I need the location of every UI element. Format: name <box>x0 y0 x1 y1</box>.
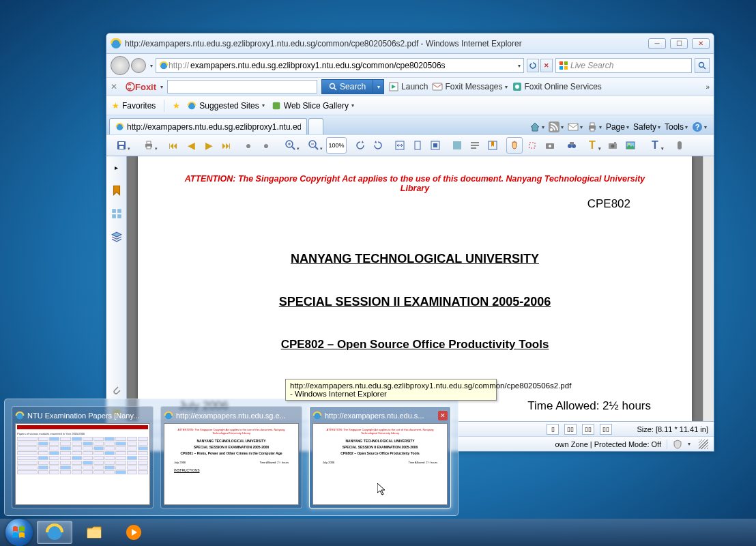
fullscreen-button[interactable] <box>449 137 465 154</box>
taskbar-preview-2[interactable]: http://exampapers.ntu.edu.sg.e... ATTENT… <box>160 406 302 508</box>
foxit-search-button[interactable]: Search <box>321 79 373 94</box>
svg-rect-56 <box>614 142 616 143</box>
snapshot-tool[interactable] <box>542 137 558 154</box>
nav-history-dropdown[interactable]: ▾ <box>150 63 153 69</box>
pages-icon <box>111 207 123 220</box>
back-button[interactable] <box>111 56 130 75</box>
zoom-out-button[interactable] <box>303 137 325 154</box>
first-page-button[interactable]: ⏮ <box>165 137 181 154</box>
foxit-logo[interactable]: Foxit <box>126 82 156 92</box>
fit-page-button[interactable] <box>409 137 426 154</box>
search-input[interactable]: Live Search <box>555 58 692 73</box>
taskbar[interactable] <box>0 519 756 546</box>
print-pdf-button[interactable] <box>138 137 160 154</box>
camera-tool[interactable] <box>605 137 621 154</box>
forward-view-button[interactable]: ● <box>258 137 274 154</box>
url-input[interactable]: http:// exampapers.ntu.edu.sg.ezlibproxy… <box>156 58 524 73</box>
reflow-button[interactable] <box>467 137 483 154</box>
bookmark-button[interactable] <box>484 137 501 154</box>
foxit-dropdown[interactable]: ▾ <box>160 84 163 90</box>
safety-menu[interactable]: Safety▾ <box>633 122 660 132</box>
zoom-dropdown[interactable]: ▾ <box>688 441 690 447</box>
hand-icon <box>509 140 520 151</box>
typewriter-tool[interactable]: T <box>581 137 603 154</box>
fit-width-icon <box>394 140 405 151</box>
back-view-button[interactable]: ● <box>240 137 257 154</box>
vertical-scrollbar[interactable] <box>703 156 714 421</box>
search-go-button[interactable] <box>695 58 710 73</box>
text-annotation-tool[interactable]: T <box>644 137 666 154</box>
svg-rect-27 <box>119 142 124 145</box>
last-page-button[interactable]: ⏭ <box>218 137 235 154</box>
rotate-cw-button[interactable] <box>370 137 386 154</box>
actual-size-button[interactable] <box>427 137 444 154</box>
image-tool[interactable] <box>622 137 639 154</box>
add-favorite[interactable]: ★ <box>173 101 180 111</box>
refresh-button[interactable] <box>527 59 539 72</box>
tools-menu[interactable]: Tools▾ <box>665 122 688 132</box>
save-button[interactable] <box>111 137 132 154</box>
zoom-in-button[interactable] <box>280 137 302 154</box>
favorites-button[interactable]: ★Favorites <box>112 101 156 111</box>
resize-grip[interactable] <box>699 440 708 449</box>
find-button[interactable] <box>564 137 580 154</box>
ie-icon <box>115 122 124 132</box>
pages-panel[interactable] <box>108 205 125 222</box>
taskbar-preview-3[interactable]: http://exampapers.ntu.edu.s...✕ ATTENTIO… <box>309 406 451 508</box>
hand-tool[interactable] <box>506 137 523 154</box>
foxit-messages[interactable]: Foxit Messages▾ <box>432 81 507 92</box>
attachments-panel[interactable] <box>108 382 125 398</box>
foxit-overflow[interactable]: » <box>706 83 710 91</box>
web-slice-gallery[interactable]: Web Slice Gallery▾ <box>272 101 354 111</box>
foxit-bar-close[interactable]: ✕ <box>111 82 121 91</box>
webslice-icon <box>272 101 281 111</box>
next-page-button[interactable]: ▶ <box>201 137 217 154</box>
new-tab-button[interactable] <box>308 118 323 134</box>
feeds-button[interactable]: ▾ <box>549 121 564 132</box>
print-button[interactable]: ▾ <box>587 121 602 132</box>
facing-view[interactable]: ▯▯ <box>582 424 594 435</box>
home-button[interactable]: ▾ <box>529 121 544 132</box>
layers-panel[interactable] <box>108 229 125 245</box>
close-button[interactable]: ✕ <box>692 38 710 49</box>
page-menu[interactable]: Page▾ <box>606 122 629 132</box>
taskbar-preview-1[interactable]: NTU Examination Papers [Nany... Papers o… <box>12 406 154 508</box>
preview-close-button[interactable]: ✕ <box>438 411 448 420</box>
rotate-ccw-button[interactable] <box>352 137 368 154</box>
suggested-sites[interactable]: Suggested Sites▾ <box>187 101 264 111</box>
url-dropdown-icon[interactable]: ▾ <box>518 63 521 69</box>
sidebar-toggle[interactable]: ▸ <box>108 159 125 175</box>
taskbar-media-button[interactable] <box>116 521 151 544</box>
select-text-tool[interactable] <box>524 137 540 154</box>
titlebar[interactable]: http://exampapers.ntu.edu.sg.ezlibproxy1… <box>106 33 714 54</box>
continuous-facing-view[interactable]: ▯▯ <box>600 424 612 435</box>
mail-icon <box>568 121 579 132</box>
zoom-level[interactable]: 100% <box>326 137 347 154</box>
forward-button[interactable] <box>131 58 146 73</box>
tab-active[interactable]: http://exampapers.ntu.edu.sg.ezlibproxy1… <box>109 118 307 134</box>
course-code: CPE802 <box>172 197 630 211</box>
exam-title: SPECIAL SESSION II EXAMINATION 2005-2006 <box>172 295 658 309</box>
svg-rect-30 <box>147 141 151 144</box>
svg-rect-61 <box>117 209 121 213</box>
taskbar-explorer-button[interactable] <box>76 521 112 544</box>
clip-icon <box>111 384 122 395</box>
mail-button[interactable]: ▾ <box>568 121 583 132</box>
prev-page-button[interactable]: ◀ <box>183 137 199 154</box>
foxit-launch[interactable]: Launch <box>388 81 428 92</box>
foxit-search-dropdown[interactable]: ▾ <box>373 79 384 94</box>
taskbar-ie-button[interactable] <box>37 521 72 544</box>
attachment-tool[interactable] <box>671 137 688 154</box>
foxit-services[interactable]: Foxit Online Services <box>512 81 602 92</box>
maximize-button[interactable]: ☐ <box>670 38 688 49</box>
bookmarks-panel[interactable] <box>108 182 125 199</box>
minimize-button[interactable]: ─ <box>648 38 666 49</box>
help-button[interactable]: ?▾ <box>692 121 707 132</box>
address-bar: ▾ http:// exampapers.ntu.edu.sg.ezlibpro… <box>106 54 714 77</box>
fit-width-button[interactable] <box>392 137 408 154</box>
foxit-search-input[interactable] <box>167 80 317 94</box>
continuous-view[interactable]: ▯▯ <box>564 424 577 435</box>
start-button[interactable] <box>5 519 33 546</box>
stop-button[interactable]: ✕ <box>540 59 553 72</box>
single-page-view[interactable]: ▯ <box>547 424 559 435</box>
